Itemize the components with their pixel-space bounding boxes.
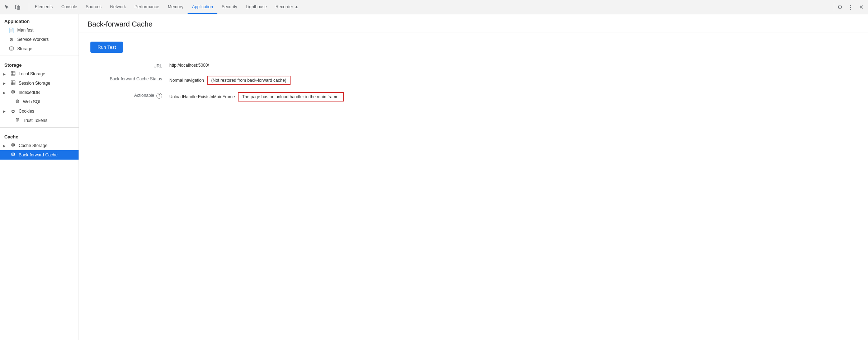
sidebar-item-trust-tokens-label: Trust Tokens [23, 118, 47, 123]
sidebar-divider-2 [0, 127, 79, 128]
sidebar-item-back-forward-cache-label: Back-forward Cache [19, 152, 58, 157]
svg-rect-3 [11, 71, 15, 75]
tab-lighthouse[interactable]: Lighthouse [241, 0, 271, 14]
tab-console[interactable]: Console [57, 0, 81, 14]
sidebar-item-web-sql[interactable]: Web SQL [0, 97, 79, 107]
sidebar-item-manifest-label: Manifest [17, 28, 33, 33]
local-storage-arrow: ▶ [3, 72, 7, 76]
url-label: URL [90, 63, 169, 69]
toolbar-tabs: Elements Console Sources Network Perform… [30, 0, 832, 14]
svg-rect-0 [15, 5, 18, 9]
svg-point-14 [11, 143, 14, 145]
svg-point-12 [16, 100, 19, 101]
tab-network[interactable]: Network [106, 0, 130, 14]
sidebar-item-cookies-label: Cookies [19, 109, 34, 114]
sidebar-item-cache-storage[interactable]: ▶ Cache Storage [0, 141, 79, 150]
sidebar-item-cookies[interactable]: ▶ ✿ Cookies [0, 107, 79, 116]
content-header: Back-forward Cache [79, 14, 868, 33]
session-storage-arrow: ▶ [3, 81, 7, 85]
tab-security[interactable]: Security [217, 0, 241, 14]
sidebar-section-application: Application [0, 14, 79, 25]
actionable-value: UnloadHandlerExistsInMainFrame The page … [169, 92, 857, 101]
cookies-arrow: ▶ [3, 109, 7, 113]
sidebar-section-cache: Cache [0, 130, 79, 141]
toolbar: Elements Console Sources Network Perform… [0, 0, 868, 14]
device-icon[interactable] [14, 3, 22, 11]
sidebar-item-manifest[interactable]: 📄 Manifest [0, 25, 79, 35]
svg-point-11 [11, 90, 14, 91]
sidebar-item-web-sql-label: Web SQL [23, 99, 42, 104]
tab-application[interactable]: Application [188, 0, 217, 14]
toolbar-divider-left [29, 3, 29, 11]
content-body: Run Test URL http://localhost:5000/ Back… [79, 33, 868, 340]
sidebar: Application 📄 Manifest ⚙ Service Workers… [0, 14, 79, 340]
svg-point-13 [16, 118, 19, 119]
sidebar-item-service-workers-label: Service Workers [17, 37, 49, 42]
tab-elements[interactable]: Elements [30, 0, 57, 14]
close-icon[interactable]: ✕ [857, 3, 865, 11]
sidebar-item-local-storage[interactable]: ▶ Local Storage [0, 69, 79, 79]
manifest-icon: 📄 [9, 28, 14, 33]
storage-icon [9, 46, 14, 52]
cache-storage-arrow: ▶ [3, 144, 7, 148]
actionable-value-row: UnloadHandlerExistsInMainFrame The page … [169, 92, 857, 101]
sidebar-item-trust-tokens[interactable]: Trust Tokens [0, 116, 79, 125]
toolbar-actions: ⚙ ⋮ ✕ [836, 3, 865, 11]
actionable-label-text: Actionable [134, 93, 154, 98]
session-storage-icon [10, 80, 16, 86]
settings-icon[interactable]: ⚙ [836, 3, 844, 11]
sidebar-item-indexeddb-label: IndexedDB [19, 90, 40, 95]
actionable-code: UnloadHandlerExistsInMainFrame [169, 94, 235, 99]
sidebar-item-local-storage-label: Local Storage [19, 71, 45, 76]
indexeddb-icon [10, 90, 16, 95]
status-label: Back-forward Cache Status [90, 76, 169, 81]
run-test-button[interactable]: Run Test [90, 42, 123, 53]
sidebar-item-session-storage[interactable]: ▶ Session Storage [0, 79, 79, 88]
sidebar-item-storage-label: Storage [17, 46, 32, 51]
svg-point-2 [10, 47, 13, 48]
cache-storage-icon [10, 143, 16, 148]
content-area: Back-forward Cache Run Test URL http://l… [79, 14, 868, 340]
sidebar-divider-1 [0, 56, 79, 56]
svg-rect-7 [11, 81, 15, 85]
sidebar-item-indexeddb[interactable]: ▶ IndexedDB [0, 88, 79, 97]
sidebar-item-session-storage-label: Session Storage [19, 81, 50, 86]
tab-sources[interactable]: Sources [81, 0, 106, 14]
trust-tokens-icon [14, 118, 20, 123]
sidebar-section-storage: Storage [0, 58, 79, 69]
status-text: Normal navigation [169, 78, 204, 83]
cookies-icon: ✿ [10, 109, 16, 114]
status-value: Normal navigation (Not restored from bac… [169, 76, 857, 85]
main-layout: Application 📄 Manifest ⚙ Service Workers… [0, 14, 868, 340]
status-value-row: Normal navigation (Not restored from bac… [169, 76, 857, 85]
info-grid: URL http://localhost:5000/ Back-forward … [90, 63, 857, 101]
more-icon[interactable]: ⋮ [846, 3, 854, 11]
actionable-detail-box: The page has an unload handler in the ma… [238, 92, 344, 101]
tab-recorder[interactable]: Recorder ▲ [271, 0, 303, 14]
tab-memory[interactable]: Memory [164, 0, 188, 14]
svg-point-15 [11, 153, 14, 154]
sidebar-item-service-workers[interactable]: ⚙ Service Workers [0, 35, 79, 44]
sidebar-item-cache-storage-label: Cache Storage [19, 143, 47, 148]
sidebar-item-back-forward-cache[interactable]: Back-forward Cache [0, 150, 79, 160]
local-storage-icon [10, 71, 16, 77]
toolbar-divider-right [834, 3, 834, 11]
help-icon[interactable]: ? [156, 93, 162, 99]
status-detail-box: (Not restored from back-forward cache) [207, 76, 291, 85]
back-forward-cache-icon [10, 152, 16, 158]
sidebar-item-storage[interactable]: Storage [0, 44, 79, 53]
tab-performance[interactable]: Performance [130, 0, 164, 14]
toolbar-devtools-icons [3, 3, 22, 11]
cursor-icon[interactable] [3, 3, 11, 11]
indexeddb-arrow: ▶ [3, 91, 7, 95]
service-workers-icon: ⚙ [9, 37, 14, 42]
web-sql-icon [14, 99, 20, 105]
actionable-label: Actionable ? [90, 92, 169, 99]
url-value: http://localhost:5000/ [169, 63, 857, 68]
page-title: Back-forward Cache [88, 20, 859, 28]
